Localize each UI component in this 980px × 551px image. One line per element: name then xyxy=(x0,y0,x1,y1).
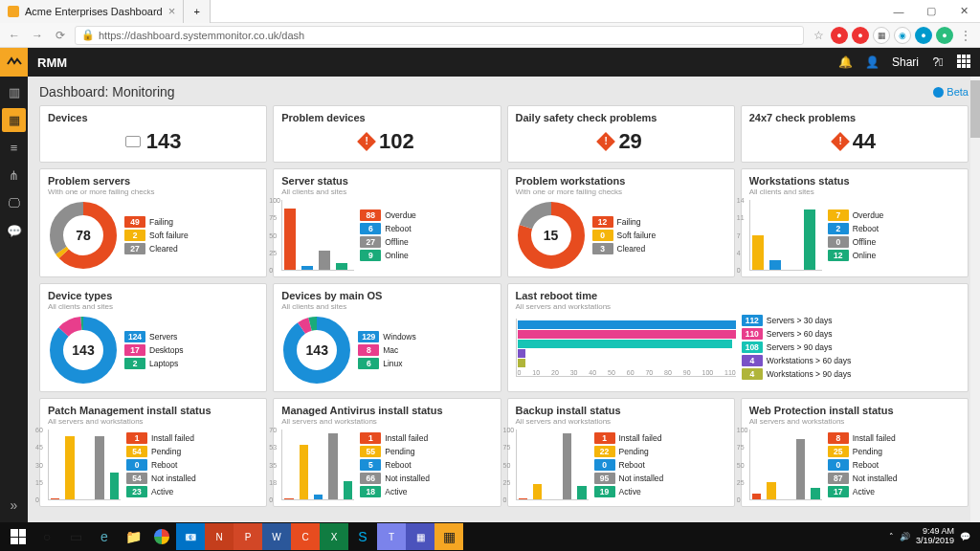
chart-card-workstations_status[interactable]: Workstations status All clients and site… xyxy=(741,168,969,277)
legend-row[interactable]: 54Pending xyxy=(126,446,258,457)
legend-row[interactable]: 66Not installed xyxy=(360,473,492,484)
legend-row[interactable]: 0Reboot xyxy=(594,459,726,471)
taskbar-app[interactable]: C xyxy=(291,523,320,550)
sidebar-item-clients[interactable]: ▥ xyxy=(2,80,26,104)
taskbar-app[interactable]: N xyxy=(205,523,234,550)
sidebar-item-dashboard[interactable]: ▦ xyxy=(2,108,26,132)
legend-row[interactable]: 0Reboot xyxy=(126,459,258,471)
legend-row[interactable]: 55Pending xyxy=(360,446,492,457)
legend-row[interactable]: 12Online xyxy=(828,250,960,261)
legend-row[interactable]: 1Install failed xyxy=(360,432,492,444)
legend-row[interactable]: 27Offline xyxy=(360,236,492,248)
taskbar-app[interactable]: e xyxy=(90,523,119,550)
legend-row[interactable]: 2Reboot xyxy=(828,223,960,234)
ext-icon[interactable]: ◉ xyxy=(894,27,911,44)
user-icon[interactable]: 👤 xyxy=(865,55,880,70)
scrollbar[interactable] xyxy=(970,77,980,522)
legend-row[interactable]: 1Install failed xyxy=(126,432,258,444)
legend-row[interactable]: 4Workstations > 60 days xyxy=(742,355,960,366)
sidebar-item-filter[interactable]: ≡ xyxy=(2,136,26,160)
ext-icon[interactable]: ● xyxy=(852,27,869,44)
legend-row[interactable]: 0Soft failure xyxy=(592,230,726,241)
new-tab-button[interactable]: + xyxy=(184,0,211,23)
chart-card-device_types[interactable]: Device types All clients and sites 14312… xyxy=(39,283,267,392)
chart-card-problem_workstations[interactable]: Problem workstations With one or more fa… xyxy=(507,168,735,277)
legend-row[interactable]: 12Failing xyxy=(592,216,726,228)
sidebar-item-nodes[interactable]: ⋔ xyxy=(2,164,26,187)
legend-row[interactable]: 112Servers > 30 days xyxy=(742,315,960,326)
stat-card[interactable]: 24x7 check problems 44 xyxy=(741,105,969,163)
star-icon[interactable]: ☆ xyxy=(810,27,827,44)
legend-row[interactable]: 1Install failed xyxy=(594,432,726,444)
apps-grid-icon[interactable] xyxy=(957,55,972,70)
legend-row[interactable]: 5Reboot xyxy=(360,459,492,471)
browser-tab[interactable]: Acme Enterprises Dashboard × xyxy=(0,0,184,23)
legend-row[interactable]: 25Pending xyxy=(828,446,960,457)
taskbar-app[interactable] xyxy=(147,523,176,550)
taskbar-app[interactable]: ▦ xyxy=(434,523,463,550)
tray-icon[interactable]: 🔊 xyxy=(900,532,910,541)
sidebar-item-chat[interactable]: 💬 xyxy=(2,219,26,243)
window-maximize-button[interactable]: ▢ xyxy=(915,0,947,23)
legend-row[interactable]: 19Active xyxy=(594,486,726,497)
legend-row[interactable]: 49Failing xyxy=(124,216,258,228)
stat-card[interactable]: Daily safety check problems 29 xyxy=(507,105,735,163)
legend-row[interactable]: 27Cleared xyxy=(124,243,258,254)
ext-icon[interactable]: ▦ xyxy=(873,27,890,44)
nav-back-icon[interactable]: ← xyxy=(6,27,23,44)
taskbar-app[interactable]: 📁 xyxy=(119,523,147,550)
legend-row[interactable]: 8Mac xyxy=(358,344,492,356)
nav-reload-icon[interactable]: ⟳ xyxy=(52,27,69,44)
tray-icon[interactable]: ˄ xyxy=(889,532,894,541)
legend-row[interactable]: 17Desktops xyxy=(124,344,258,356)
start-button[interactable] xyxy=(4,523,33,550)
sidebar-item-monitor[interactable]: 🖵 xyxy=(2,191,26,215)
legend-row[interactable]: 4Workstations > 90 days xyxy=(742,368,960,380)
task-view-icon[interactable]: ▭ xyxy=(61,523,90,550)
legend-row[interactable]: 54Not installed xyxy=(126,473,258,484)
sidebar-expand-icon[interactable]: » xyxy=(2,493,26,517)
legend-row[interactable]: 23Active xyxy=(126,486,258,497)
help-icon[interactable]: ?⃝ xyxy=(930,55,946,70)
user-name[interactable]: Shari xyxy=(892,55,919,69)
address-bar[interactable]: 🔒 https://dashboard.systemmonitor.co.uk/… xyxy=(75,26,804,45)
legend-row[interactable]: 17Active xyxy=(828,486,960,497)
notifications-icon[interactable]: 💬 xyxy=(960,532,970,541)
stat-card[interactable]: Devices 143 xyxy=(39,105,267,163)
beta-badge[interactable]: Beta xyxy=(933,86,969,98)
legend-row[interactable]: 8Install failed xyxy=(828,432,960,444)
taskbar-app[interactable]: X xyxy=(320,523,348,550)
nav-forward-icon[interactable]: → xyxy=(29,27,46,44)
app-logo[interactable] xyxy=(0,48,28,77)
stat-card[interactable]: Problem devices 102 xyxy=(273,105,501,163)
legend-row[interactable]: 2Soft failure xyxy=(124,230,258,241)
window-minimize-button[interactable]: — xyxy=(882,0,915,23)
bell-icon[interactable]: 🔔 xyxy=(838,55,854,70)
taskbar-app[interactable]: P xyxy=(234,523,262,550)
legend-row[interactable]: 9Online xyxy=(360,250,492,261)
taskbar-app[interactable]: T xyxy=(377,523,406,550)
chart-card-problem_servers[interactable]: Problem servers With one or more failing… xyxy=(39,168,267,277)
legend-row[interactable]: 88Overdue xyxy=(360,209,492,221)
legend-row[interactable]: 6Reboot xyxy=(360,223,492,234)
chart-card-backup[interactable]: Backup install status All servers and wo… xyxy=(507,398,735,507)
tab-close-icon[interactable]: × xyxy=(168,4,176,18)
chart-card-managed_av[interactable]: Managed Antivirus install status All ser… xyxy=(273,398,501,507)
cortana-icon[interactable]: ○ xyxy=(33,523,61,550)
legend-row[interactable]: 2Laptops xyxy=(124,358,258,369)
legend-row[interactable]: 95Not installed xyxy=(594,473,726,484)
chart-card-last_reboot[interactable]: Last reboot time All servers and worksta… xyxy=(507,283,969,392)
legend-row[interactable]: 18Active xyxy=(360,486,492,497)
legend-row[interactable]: 0Offline xyxy=(828,236,960,248)
chart-card-web_protection[interactable]: Web Protection install status All server… xyxy=(741,398,969,507)
legend-row[interactable]: 6Linux xyxy=(358,358,492,369)
ext-icon[interactable]: ● xyxy=(831,27,848,44)
clock-date[interactable]: 3/19/2019 xyxy=(916,537,954,546)
taskbar-app[interactable]: ▦ xyxy=(406,523,434,550)
legend-row[interactable]: 22Pending xyxy=(594,446,726,457)
legend-row[interactable]: 108Servers > 90 days xyxy=(742,342,960,353)
menu-icon[interactable]: ⋮ xyxy=(957,27,974,44)
taskbar-app[interactable]: W xyxy=(262,523,291,550)
legend-row[interactable]: 110Servers > 60 days xyxy=(742,328,960,340)
ext-icon[interactable]: ● xyxy=(936,27,953,44)
